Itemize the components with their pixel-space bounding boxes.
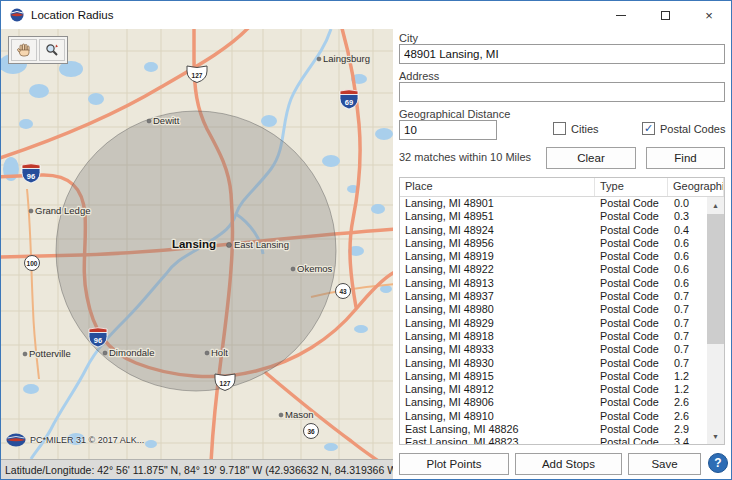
- table-row[interactable]: Lansing, MI 48918 Postal Code 0.7: [400, 330, 707, 343]
- table-row[interactable]: Lansing, MI 48980 Postal Code 0.7: [400, 303, 707, 316]
- svg-text:Dimondale: Dimondale: [109, 347, 154, 358]
- title-bar[interactable]: Location Radius ×: [1, 1, 731, 29]
- table-row[interactable]: Lansing, MI 48937 Postal Code 0.7: [400, 290, 707, 303]
- row-type: Postal Code: [595, 197, 668, 210]
- column-header-place[interactable]: Place: [400, 178, 595, 196]
- row-distance: 3.4: [668, 436, 707, 445]
- row-type: Postal Code: [595, 250, 668, 263]
- table-row[interactable]: Lansing, MI 48956 Postal Code 0.6: [400, 237, 707, 250]
- row-distance: 0.6: [668, 250, 707, 263]
- table-row[interactable]: Lansing, MI 48901 Postal Code 0.0: [400, 197, 707, 210]
- row-place: Lansing, MI 48912: [400, 383, 595, 396]
- row-place: Lansing, MI 48922: [400, 263, 595, 276]
- interstate-96-shield: 96: [22, 164, 40, 183]
- find-button[interactable]: Find: [646, 147, 725, 169]
- table-row[interactable]: Lansing, MI 48924 Postal Code 0.4: [400, 224, 707, 237]
- scrollbar-thumb[interactable]: [707, 214, 724, 344]
- interstate-69-shield: 69: [340, 90, 358, 109]
- row-distance: 0.7: [668, 317, 707, 330]
- plot-points-button[interactable]: Plot Points: [399, 453, 509, 475]
- table-row[interactable]: East Lansing, MI 48823 Postal Code 3.4: [400, 436, 707, 445]
- cities-checkbox-label: Cities: [571, 123, 599, 135]
- svg-text:127: 127: [220, 380, 231, 387]
- cities-checkbox-row[interactable]: Cities: [553, 122, 599, 135]
- location-radius-window: Location Radius ×: [0, 0, 732, 480]
- close-button[interactable]: ×: [687, 1, 731, 29]
- svg-text:Laingsburg: Laingsburg: [323, 53, 370, 64]
- distance-input[interactable]: [399, 120, 497, 140]
- table-row[interactable]: Lansing, MI 48912 Postal Code 1.2: [400, 383, 707, 396]
- pan-tool-button[interactable]: [11, 39, 37, 61]
- table-row[interactable]: Lansing, MI 48951 Postal Code 0.3: [400, 210, 707, 223]
- column-header-type[interactable]: Type: [595, 178, 668, 196]
- row-place: Lansing, MI 48924: [400, 224, 595, 237]
- help-button[interactable]: ?: [708, 453, 728, 473]
- city-input[interactable]: [399, 44, 725, 64]
- row-place: Lansing, MI 48915: [400, 370, 595, 383]
- row-place: Lansing, MI 48918: [400, 330, 595, 343]
- scroll-down-icon[interactable]: ▼: [707, 428, 724, 445]
- map-toolbar: [8, 36, 68, 64]
- svg-text:Holt: Holt: [211, 347, 228, 358]
- svg-text:Lansing: Lansing: [172, 238, 216, 250]
- table-row[interactable]: Lansing, MI 48915 Postal Code 1.2: [400, 370, 707, 383]
- svg-text:Okemos: Okemos: [297, 263, 333, 274]
- postal-codes-checkbox-row[interactable]: Postal Codes: [642, 122, 725, 135]
- search-panel: City Address Geographical Distance Citie…: [393, 29, 731, 479]
- row-distance: 2.9: [668, 423, 707, 436]
- row-place: Lansing, MI 48930: [400, 357, 595, 370]
- add-stops-button[interactable]: Add Stops: [515, 453, 622, 475]
- results-header: Place Type Geographical Di: [400, 178, 724, 197]
- scroll-up-icon[interactable]: ▲: [707, 197, 724, 214]
- postal-codes-checkbox[interactable]: [642, 122, 655, 135]
- attribution-text: PC*MILER 31 © 2017 ALK...: [30, 435, 144, 445]
- address-input[interactable]: [399, 82, 725, 102]
- row-distance: 2.6: [668, 396, 707, 409]
- table-row[interactable]: Lansing, MI 48929 Postal Code 0.7: [400, 317, 707, 330]
- cities-checkbox[interactable]: [553, 122, 566, 135]
- maximize-icon: [661, 11, 670, 20]
- clear-button[interactable]: Clear: [546, 147, 636, 169]
- row-distance: 0.0: [668, 197, 707, 210]
- table-row[interactable]: Lansing, MI 48906 Postal Code 2.6: [400, 396, 707, 409]
- window-title: Location Radius: [31, 9, 113, 21]
- svg-text:96: 96: [27, 172, 35, 181]
- map-canvas[interactable]: 96 96 69 127 127 100 43: [1, 29, 393, 459]
- svg-text:96: 96: [94, 336, 102, 345]
- matches-count-text: 32 matches within 10 Miles: [399, 151, 531, 163]
- row-type: Postal Code: [595, 263, 668, 276]
- interstate-96-shield: 96: [89, 328, 107, 347]
- results-scrollbar[interactable]: ▲ ▼: [707, 197, 724, 445]
- table-row[interactable]: Lansing, MI 48933 Postal Code 0.7: [400, 343, 707, 356]
- row-place: Lansing, MI 48910: [400, 410, 595, 423]
- table-row[interactable]: Lansing, MI 48913 Postal Code 0.6: [400, 277, 707, 290]
- city-label-east-lansing: East Lansing: [227, 239, 289, 250]
- zoom-tool-button[interactable]: [39, 39, 65, 61]
- row-type: Postal Code: [595, 436, 668, 445]
- svg-text:127: 127: [192, 72, 203, 79]
- table-row[interactable]: Lansing, MI 48922 Postal Code 0.6: [400, 263, 707, 276]
- row-place: East Lansing, MI 48823: [400, 436, 595, 445]
- results-rows: Lansing, MI 48901 Postal Code 0.0 Lansin…: [400, 197, 707, 445]
- city-label-grand-ledge: Grand Ledge: [29, 205, 90, 216]
- row-type: Postal Code: [595, 357, 668, 370]
- hand-pan-icon: [17, 43, 31, 57]
- maximize-button[interactable]: [643, 1, 687, 29]
- city-label: City: [399, 32, 418, 44]
- row-distance: 0.6: [668, 237, 707, 250]
- city-label-mason: Mason: [279, 409, 314, 420]
- minimize-button[interactable]: [599, 1, 643, 29]
- row-distance: 0.7: [668, 343, 707, 356]
- table-row[interactable]: East Lansing, MI 48826 Postal Code 2.9: [400, 423, 707, 436]
- pcmiler-logo-icon: [6, 433, 26, 447]
- row-type: Postal Code: [595, 317, 668, 330]
- row-distance: 2.6: [668, 410, 707, 423]
- table-row[interactable]: Lansing, MI 48919 Postal Code 0.6: [400, 250, 707, 263]
- distance-label: Geographical Distance: [399, 108, 510, 120]
- row-place: Lansing, MI 48980: [400, 303, 595, 316]
- table-row[interactable]: Lansing, MI 48930 Postal Code 0.7: [400, 357, 707, 370]
- save-button[interactable]: Save: [628, 453, 701, 475]
- column-header-distance[interactable]: Geographical Di: [668, 178, 724, 196]
- table-row[interactable]: Lansing, MI 48910 Postal Code 2.6: [400, 410, 707, 423]
- row-distance: 0.7: [668, 330, 707, 343]
